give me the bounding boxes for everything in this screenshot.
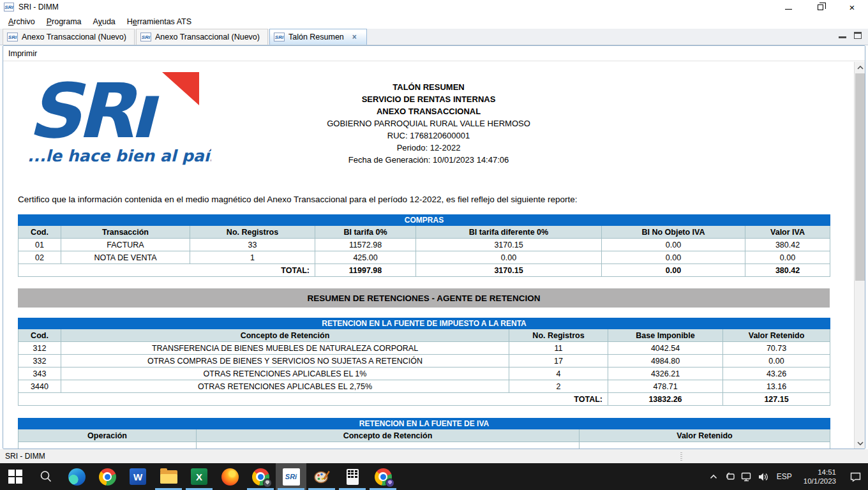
- menu-programa[interactable]: Programa: [41, 15, 87, 28]
- view-maximize-icon[interactable]: [854, 32, 862, 39]
- start-button[interactable]: [0, 463, 31, 490]
- table-row: 312 TRANSFERENCIA DE BIENES MUEBLES DE N…: [19, 342, 830, 355]
- taskbar-search-button[interactable]: [31, 463, 61, 490]
- notification-icon: [850, 472, 861, 482]
- taskbar-sri-dimm-button[interactable]: SRi: [276, 463, 306, 490]
- logo-slogan: ...le hace bien al país!: [27, 147, 211, 165]
- editor-tab-strip: SRi Anexo Transaccional (Nuevo) SRi Anex…: [0, 29, 868, 45]
- view-minimize-icon[interactable]: [839, 32, 846, 38]
- svg-text:SRı: SRı: [27, 71, 160, 155]
- sri-dimm-icon: SRi: [283, 468, 300, 486]
- tray-show-hidden-icons-button[interactable]: [705, 463, 722, 490]
- window-titlebar: SRi SRI - DIMM ×: [0, 0, 868, 14]
- menu-bar: Archivo Programa Ayuda Herramientas ATS: [0, 14, 868, 29]
- action-center-button[interactable]: [842, 463, 868, 490]
- retencion-renta-table: RETENCION EN LA FUENTE DE IMPUESTO A LA …: [18, 318, 830, 406]
- network-icon: [741, 472, 752, 482]
- menu-ayuda[interactable]: Ayuda: [87, 15, 121, 28]
- chevron-up-icon: [710, 474, 717, 479]
- iva-table-title: RETENCION EN LA FUENTE DE IVA: [19, 419, 830, 429]
- taskbar-file-explorer-button[interactable]: [153, 463, 184, 490]
- view-toolbar: Imprimir: [3, 46, 865, 61]
- report-header: SRı ...le hace bien al país! TALÓN RESUM…: [3, 62, 854, 169]
- speaker-icon: [758, 472, 769, 482]
- table-row: 02 NOTA DE VENTA 1 425.00 0.00 0.00 0.00: [19, 251, 830, 264]
- taskbar-edge-button[interactable]: [61, 463, 92, 490]
- sri-logo: SRı ...le hace bien al país!: [26, 71, 211, 167]
- taskbar-paint-button[interactable]: [306, 463, 337, 490]
- file-explorer-icon: [160, 470, 177, 484]
- table-row: 01 FACTURA 33 11572.98 3170.15 0.00 380.…: [19, 239, 830, 251]
- scroll-down-icon[interactable]: [855, 438, 865, 449]
- vertical-scrollbar[interactable]: [854, 62, 865, 449]
- table-row: 3440 OTRAS RETENCIONES APLICABLES EL 2,7…: [19, 380, 830, 393]
- profile-badge-icon: [263, 479, 272, 487]
- imprimir-button[interactable]: Imprimir: [8, 49, 37, 58]
- tab-anexo-transaccional-1[interactable]: SRi Anexo Transaccional (Nuevo): [3, 29, 135, 45]
- taskbar-word-button[interactable]: W: [123, 463, 153, 490]
- calculator-icon: [347, 469, 359, 485]
- tablet-pc-icon: [724, 471, 736, 482]
- system-tray: ESP 14:51 10/1/2023: [705, 463, 868, 490]
- sri-tab-icon: SRi: [274, 33, 285, 41]
- taskbar-excel-button[interactable]: X: [184, 463, 214, 490]
- taskbar-chrome-profile-2-button[interactable]: [368, 463, 398, 490]
- windows-start-icon: [8, 470, 22, 484]
- menu-archivo[interactable]: Archivo: [3, 15, 41, 28]
- compras-table-title: COMPRAS: [19, 215, 830, 226]
- firefox-icon: [221, 468, 239, 486]
- paint-icon: [313, 468, 330, 485]
- status-bar: SRI - DIMM: [0, 449, 868, 463]
- taskbar-chrome-button[interactable]: [92, 463, 123, 490]
- tray-clock[interactable]: 14:51 10/1/2023: [797, 468, 842, 486]
- total-label: TOTAL:: [19, 264, 315, 277]
- table-row: 343 OTRAS RETENCIONES APLICABLES EL 1% 4…: [19, 368, 830, 380]
- tab-anexo-transaccional-2[interactable]: SRi Anexo Transaccional (Nuevo): [136, 29, 268, 45]
- tray-time: 14:51: [804, 468, 836, 477]
- tray-volume-button[interactable]: [755, 463, 772, 490]
- tab-talon-resumen[interactable]: SRi Talón Resumen ×: [269, 29, 367, 45]
- compras-header-row: Cod. Transacción No. Registros BI tarifa…: [19, 226, 830, 239]
- excel-icon: X: [191, 468, 207, 485]
- close-icon: ×: [849, 3, 855, 12]
- window-minimize-button[interactable]: [772, 0, 804, 14]
- sri-tab-icon: SRi: [7, 33, 18, 41]
- taskbar: W X SRi: [0, 463, 868, 490]
- window-title: SRI - DIMM: [19, 3, 772, 11]
- sri-tab-icon: SRi: [140, 33, 151, 41]
- edge-icon: [68, 468, 86, 486]
- window-restore-button[interactable]: [804, 0, 836, 14]
- total-label: TOTAL:: [19, 393, 608, 406]
- taskbar-chrome-profile-button[interactable]: [245, 463, 276, 490]
- report-view: Imprimir SRı ...le hace bien al país! TA…: [3, 45, 865, 449]
- renta-header-row: Cod. Concepto de Retención No. Registros…: [19, 329, 830, 342]
- scroll-up-icon[interactable]: [855, 62, 865, 73]
- scrollbar-thumb[interactable]: [855, 73, 865, 281]
- retencion-iva-table: RETENCION EN LA FUENTE DE IVA Operación …: [18, 418, 830, 449]
- tray-language-indicator[interactable]: ESP: [772, 472, 797, 481]
- tray-tablet-mode-button[interactable]: [722, 463, 738, 490]
- taskbar-calculator-button[interactable]: [337, 463, 368, 490]
- restore-icon: [818, 4, 823, 10]
- taskbar-firefox-button[interactable]: [214, 463, 245, 490]
- table-row: [19, 442, 830, 449]
- menu-herramientas-ats[interactable]: Herramientas ATS: [121, 15, 197, 28]
- search-icon: [39, 470, 53, 484]
- report-content: SRı ...le hace bien al país! TALÓN RESUM…: [3, 62, 854, 449]
- table-row: 332 OTRAS COMPRAS DE BIENES Y SERVICIOS …: [19, 355, 830, 368]
- profile-badge-icon: [385, 479, 394, 487]
- compras-table: COMPRAS Cod. Transacción No. Registros B…: [18, 214, 830, 277]
- renta-table-title: RETENCION EN LA FUENTE DE IMPUESTO A LA …: [19, 318, 830, 329]
- statusbar-grip: [680, 451, 682, 461]
- renta-total-row: TOTAL: 13832.26 127.15: [19, 393, 830, 406]
- minimize-icon: [785, 9, 792, 10]
- tab-close-icon[interactable]: ×: [350, 32, 359, 42]
- certification-text: Certifico que la información contenida e…: [18, 195, 854, 204]
- window-close-button[interactable]: ×: [836, 0, 868, 14]
- app-sri-icon: SRi: [4, 3, 14, 11]
- tray-date: 10/1/2023: [804, 477, 836, 486]
- status-text: SRI - DIMM: [5, 452, 45, 461]
- tray-network-button[interactable]: [738, 463, 755, 490]
- compras-total-row: TOTAL: 11997.98 3170.15 0.00 380.42: [19, 264, 830, 277]
- retenciones-section-bar: RESUMEN DE RETENCIONES - AGENTE DE RETEN…: [18, 288, 830, 308]
